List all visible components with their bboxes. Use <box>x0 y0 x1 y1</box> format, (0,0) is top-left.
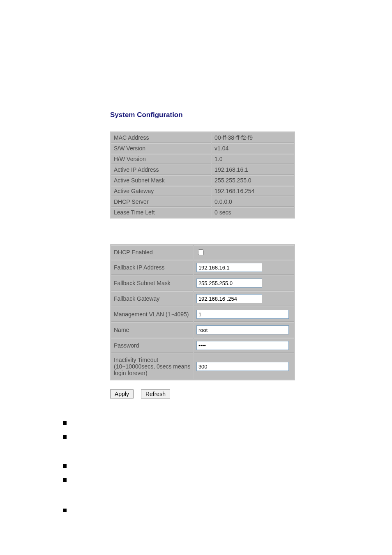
inactivity-timeout-label: Inactivity Timeout (10~10000secs, 0secs … <box>111 354 193 379</box>
table-row: Active IP Address 192.168.16.1 <box>111 165 294 175</box>
fallback-gateway-input[interactable] <box>196 294 262 303</box>
dhcp-server-label: DHCP Server <box>111 197 211 207</box>
password-cell <box>194 338 294 353</box>
fallback-subnet-cell <box>194 276 294 290</box>
active-subnet-label: Active Subnet Mask <box>111 175 211 185</box>
dhcp-server-value: 0.0.0.0 <box>212 197 294 207</box>
table-row: S/W Version v1.04 <box>111 143 294 153</box>
inactivity-timeout-cell <box>194 354 294 379</box>
table-row: Password <box>111 338 294 353</box>
name-input[interactable] <box>196 325 289 334</box>
apply-button[interactable]: Apply <box>110 389 134 398</box>
button-row: Apply Refresh <box>110 389 295 398</box>
bullet-icon <box>63 464 67 468</box>
refresh-button[interactable]: Refresh <box>141 389 170 398</box>
fallback-subnet-label: Fallback Subnet Mask <box>111 276 193 290</box>
hw-version-value: 1.0 <box>212 154 294 164</box>
fallback-ip-cell <box>194 260 294 275</box>
fallback-ip-input[interactable] <box>196 263 262 272</box>
table-row: Fallback Gateway <box>111 291 294 306</box>
table-row: Name <box>111 322 294 337</box>
mac-address-value: 00-ff-38-ff-f2-f9 <box>212 133 294 143</box>
active-gateway-label: Active Gateway <box>111 186 211 196</box>
active-ip-value: 192.168.16.1 <box>212 165 294 175</box>
bullet-list <box>63 421 295 512</box>
table-row: Management VLAN (1~4095) <box>111 307 294 322</box>
table-row: Lease Time Left 0 secs <box>111 207 294 217</box>
table-row: Active Gateway 192.168.16.254 <box>111 186 294 196</box>
config-form-table: DHCP Enabled Fallback IP Address Fallbac… <box>110 244 295 380</box>
bullet-icon <box>63 435 67 439</box>
fallback-subnet-input[interactable] <box>196 279 262 288</box>
hw-version-label: H/W Version <box>111 154 211 164</box>
table-row: DHCP Server 0.0.0.0 <box>111 197 294 207</box>
fallback-gateway-label: Fallback Gateway <box>111 291 193 306</box>
mac-address-label: MAC Address <box>111 133 211 143</box>
lease-time-label: Lease Time Left <box>111 207 211 217</box>
bullet-icon <box>63 478 67 482</box>
table-row: H/W Version 1.0 <box>111 154 294 164</box>
sw-version-label: S/W Version <box>111 143 211 153</box>
table-row: MAC Address 00-ff-38-ff-f2-f9 <box>111 133 294 143</box>
dhcp-enabled-cell <box>194 245 294 259</box>
password-label: Password <box>111 338 193 353</box>
mgmt-vlan-cell <box>194 307 294 322</box>
name-cell <box>194 322 294 337</box>
table-row: DHCP Enabled <box>111 245 294 259</box>
name-label: Name <box>111 322 193 337</box>
dhcp-enabled-checkbox[interactable] <box>198 249 204 255</box>
mgmt-vlan-label: Management VLAN (1~4095) <box>111 307 193 322</box>
fallback-ip-label: Fallback IP Address <box>111 260 193 275</box>
bullet-icon <box>63 421 67 425</box>
mgmt-vlan-input[interactable] <box>196 310 289 319</box>
table-row: Inactivity Timeout (10~10000secs, 0secs … <box>111 354 294 379</box>
table-row: Fallback IP Address <box>111 260 294 275</box>
active-gateway-value: 192.168.16.254 <box>212 186 294 196</box>
password-input[interactable] <box>196 341 289 350</box>
page-title: System Configuration <box>110 111 295 119</box>
system-info-table: MAC Address 00-ff-38-ff-f2-f9 S/W Versio… <box>110 131 295 219</box>
inactivity-timeout-input[interactable] <box>196 362 289 371</box>
sw-version-value: v1.04 <box>212 143 294 153</box>
active-ip-label: Active IP Address <box>111 165 211 175</box>
bullet-icon <box>63 509 67 512</box>
fallback-gateway-cell <box>194 291 294 306</box>
active-subnet-value: 255.255.255.0 <box>212 175 294 185</box>
lease-time-value: 0 secs <box>212 207 294 217</box>
table-row: Fallback Subnet Mask <box>111 276 294 290</box>
table-row: Active Subnet Mask 255.255.255.0 <box>111 175 294 185</box>
dhcp-enabled-label: DHCP Enabled <box>111 245 193 259</box>
